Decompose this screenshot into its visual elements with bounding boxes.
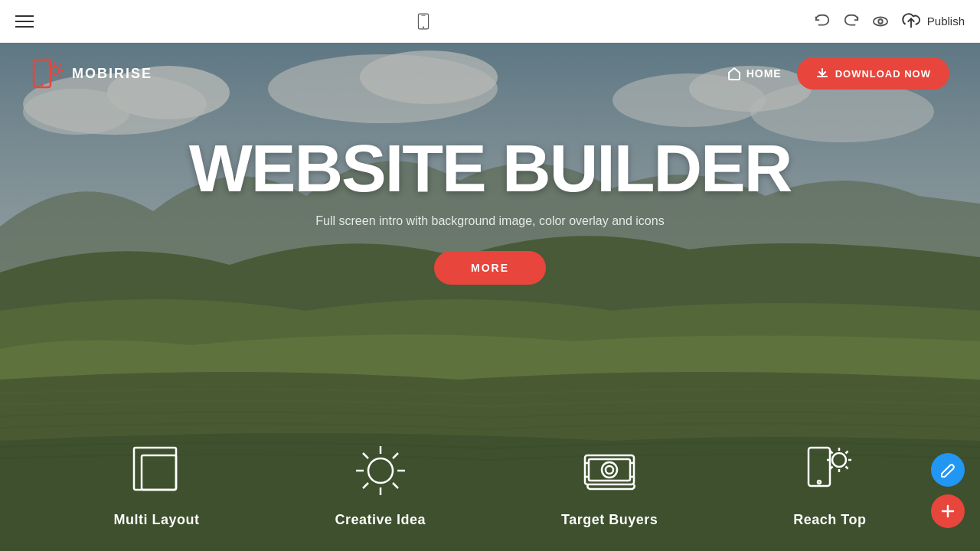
feature-reach-top-label: Reach Top — [793, 512, 866, 528]
svg-line-19 — [60, 65, 61, 67]
redo-button[interactable] — [843, 13, 860, 30]
hero-title: WEBSITE BUILDER — [189, 135, 791, 202]
nav-bar: MOBIRISE HOME DOWNLOAD NOW — [0, 43, 980, 104]
nav-right: HOME DOWNLOAD NOW — [727, 57, 949, 90]
multi-layout-icon — [126, 440, 188, 501]
svg-line-32 — [393, 453, 398, 458]
home-link[interactable]: HOME — [727, 66, 782, 81]
svg-point-1 — [423, 26, 424, 28]
feature-creative-idea: Creative Idea — [335, 440, 426, 528]
undo-icon — [814, 13, 831, 30]
toolbar-center — [415, 13, 432, 30]
publish-label: Publish — [927, 15, 965, 28]
pencil-icon — [939, 461, 956, 478]
feature-creative-idea-label: Creative Idea — [335, 512, 426, 528]
svg-line-22 — [50, 65, 51, 67]
home-label: HOME — [746, 67, 782, 80]
svg-rect-15 — [34, 60, 51, 87]
toolbar: Publish — [0, 0, 980, 43]
hero-content: WEBSITE BUILDER Full screen intro with b… — [189, 135, 791, 285]
plus-icon — [939, 503, 956, 520]
reach-top-icon — [799, 440, 861, 501]
hero-section: MOBIRISE HOME DOWNLOAD NOW WEBS — [0, 43, 980, 551]
features-row: Multi Layout Creative Idea — [0, 425, 980, 551]
undo-button[interactable] — [814, 13, 831, 30]
svg-point-36 — [602, 462, 617, 478]
brand-name: MOBIRISE — [72, 66, 152, 82]
svg-line-31 — [393, 483, 398, 488]
svg-line-21 — [60, 75, 61, 77]
svg-point-44 — [832, 453, 846, 467]
menu-button[interactable] — [15, 15, 34, 28]
svg-point-17 — [51, 67, 59, 74]
download-label: DOWNLOAD NOW — [835, 68, 931, 80]
svg-point-3 — [874, 17, 887, 25]
logo-icon — [31, 57, 64, 90]
feature-multi-layout: Multi Layout — [114, 440, 200, 528]
redo-icon — [843, 13, 860, 30]
add-fab-button[interactable] — [931, 494, 965, 528]
hero-subtitle: Full screen intro with background image,… — [315, 214, 664, 228]
svg-line-33 — [363, 483, 368, 488]
feature-target-buyers-label: Target Buyers — [561, 512, 658, 528]
upload-cloud-icon — [901, 11, 921, 31]
svg-rect-23 — [134, 448, 176, 490]
download-button[interactable]: DOWNLOAD NOW — [797, 57, 949, 90]
mobile-device-icon — [415, 13, 432, 30]
target-buyers-icon — [579, 440, 640, 501]
main-content: MOBIRISE HOME DOWNLOAD NOW WEBS — [0, 43, 980, 551]
toolbar-right: Publish — [814, 11, 965, 31]
home-icon — [727, 66, 742, 81]
fab-container — [931, 453, 965, 528]
feature-multi-layout-label: Multi Layout — [114, 512, 200, 528]
svg-line-51 — [845, 452, 848, 454]
feature-target-buyers: Target Buyers — [561, 440, 658, 528]
svg-point-37 — [606, 466, 613, 474]
mobile-preview-button[interactable] — [415, 13, 432, 30]
svg-line-50 — [845, 467, 848, 469]
svg-point-25 — [368, 458, 393, 483]
publish-button[interactable]: Publish — [901, 11, 965, 31]
edit-fab-button[interactable] — [931, 453, 965, 487]
more-button[interactable]: MORE — [434, 251, 546, 285]
eye-icon — [872, 13, 889, 30]
svg-rect-24 — [142, 455, 176, 490]
feature-reach-top: Reach Top — [793, 440, 866, 528]
creative-idea-icon — [350, 440, 411, 501]
logo: MOBIRISE — [31, 57, 152, 90]
preview-button[interactable] — [872, 13, 889, 30]
svg-line-30 — [363, 453, 368, 458]
svg-point-16 — [41, 84, 44, 86]
svg-point-43 — [818, 481, 821, 484]
hamburger-icon — [15, 15, 34, 28]
toolbar-left — [15, 15, 34, 28]
download-icon — [815, 67, 829, 80]
svg-point-4 — [878, 19, 883, 24]
